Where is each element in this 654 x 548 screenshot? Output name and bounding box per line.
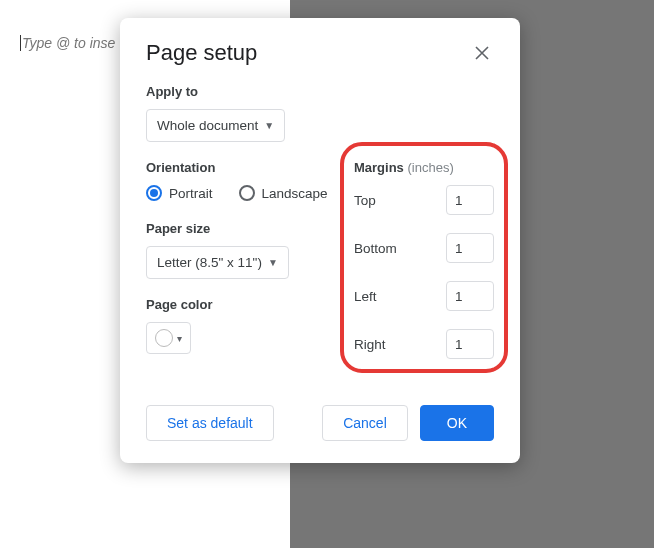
apply-to-dropdown[interactable]: Whole document ▼ [146,109,285,142]
paper-size-label: Paper size [146,221,334,236]
page-setup-dialog: Page setup Apply to Whole document ▼ Ori… [120,18,520,463]
apply-to-label: Apply to [146,84,494,99]
page-color-dropdown[interactable]: ▾ [146,322,191,354]
margin-right-input[interactable] [446,329,494,359]
close-icon[interactable] [470,41,494,65]
set-as-default-button[interactable]: Set as default [146,405,274,441]
doc-placeholder-text: Type @ to inse [20,35,115,51]
margins-label: Margins (inches) [354,160,494,175]
landscape-radio[interactable]: Landscape [239,185,328,201]
portrait-radio-label: Portrait [169,186,213,201]
caret-down-icon: ▾ [177,333,182,344]
page-color-label: Page color [146,297,334,312]
orientation-label: Orientation [146,160,334,175]
margin-top-input[interactable] [446,185,494,215]
dialog-title: Page setup [146,40,257,66]
ok-button[interactable]: OK [420,405,494,441]
margin-top-label: Top [354,193,376,208]
portrait-radio[interactable]: Portrait [146,185,213,201]
dialog-header: Page setup [146,40,494,66]
landscape-radio-label: Landscape [262,186,328,201]
color-swatch-icon [155,329,173,347]
paper-size-value: Letter (8.5" x 11") [157,255,262,270]
margin-left-input[interactable] [446,281,494,311]
caret-down-icon: ▼ [264,120,274,131]
margin-bottom-label: Bottom [354,241,397,256]
caret-down-icon: ▼ [268,257,278,268]
dialog-buttons: Set as default Cancel OK [146,405,494,441]
orientation-radios: Portrait Landscape [146,185,334,201]
margin-left-label: Left [354,289,377,304]
margin-right-label: Right [354,337,386,352]
apply-to-value: Whole document [157,118,258,133]
paper-size-dropdown[interactable]: Letter (8.5" x 11") ▼ [146,246,289,279]
cancel-button[interactable]: Cancel [322,405,408,441]
margin-bottom-input[interactable] [446,233,494,263]
